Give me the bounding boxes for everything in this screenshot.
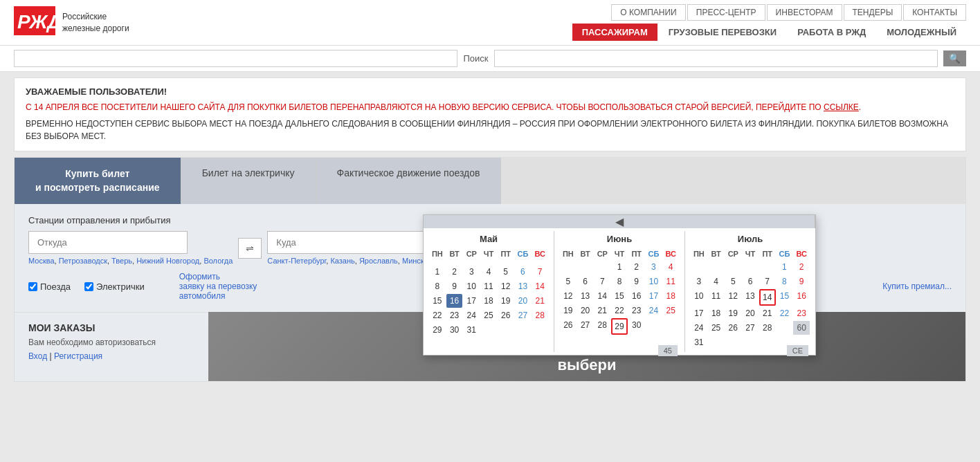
june-day-24[interactable]: 24 [646, 304, 662, 317]
may-day-2[interactable]: 2 [446, 265, 463, 279]
hint-petrozavodsk[interactable]: Петрозаводск [59, 257, 107, 265]
june-day-9[interactable]: 9 [628, 275, 645, 288]
july-day-28[interactable]: 28 [759, 321, 776, 335]
hint-kazan[interactable]: Казань [330, 257, 354, 265]
car-delivery-link[interactable]: Оформитьзаявку на перевозкуавтомобиля [179, 272, 257, 301]
nav-btn-press[interactable]: ПРЕСС-ЦЕНТР [687, 4, 765, 21]
may-day-21[interactable]: 21 [532, 294, 548, 308]
tab-elektrichka[interactable]: Билет на электричку [181, 158, 316, 204]
may-day-15[interactable]: 15 [429, 294, 446, 308]
july-day-5[interactable]: 5 [725, 275, 741, 288]
june-day-14[interactable]: 14 [594, 289, 610, 303]
may-day-17[interactable]: 17 [463, 294, 480, 308]
may-day-22[interactable]: 22 [429, 308, 446, 322]
may-day-7[interactable]: 7 [532, 265, 548, 279]
july-day-27[interactable]: 27 [742, 321, 759, 335]
may-day-16-today[interactable]: 16 [446, 294, 463, 308]
hint-moscow[interactable]: Москва [28, 257, 55, 265]
elektrichka-checkbox[interactable] [84, 282, 93, 291]
june-day-4[interactable]: 4 [662, 260, 679, 274]
may-day-13[interactable]: 13 [515, 279, 532, 293]
june-day-2[interactable]: 2 [628, 260, 645, 274]
july-day-17[interactable]: 17 [691, 306, 707, 320]
july-day-25[interactable]: 25 [708, 321, 725, 335]
tab-buy-ticket[interactable]: Купить билет и посмотреть расписание [15, 158, 181, 204]
july-day-16[interactable]: 16 [793, 289, 810, 306]
may-day-14[interactable]: 14 [532, 279, 548, 293]
july-day-22[interactable]: 22 [777, 306, 793, 320]
may-day-4[interactable]: 4 [480, 265, 497, 279]
may-day-28[interactable]: 28 [532, 308, 548, 322]
june-day-3[interactable]: 3 [646, 260, 662, 274]
july-day-3[interactable]: 3 [691, 275, 707, 288]
june-day-22[interactable]: 22 [611, 304, 628, 317]
elektrichka-checkbox-label[interactable]: Электрички [84, 281, 145, 292]
july-day-24[interactable]: 24 [691, 321, 707, 335]
june-day-8[interactable]: 8 [611, 275, 628, 288]
may-day-12[interactable]: 12 [498, 279, 514, 293]
nav-btn-cargo[interactable]: ГРУЗОВЫЕ ПЕРЕВОЗКИ [659, 24, 786, 41]
tab-actual-movement[interactable]: Фактическое движение поездов [316, 158, 502, 204]
nav-btn-youth[interactable]: МОЛОДЕЖНЫЙ [877, 24, 966, 41]
july-day-9[interactable]: 9 [793, 275, 810, 288]
july-day-10[interactable]: 10 [691, 289, 707, 306]
july-day-31[interactable]: 31 [691, 335, 707, 349]
search-button[interactable]: 🔍 [943, 50, 966, 66]
may-day-19[interactable]: 19 [498, 294, 514, 308]
premium-buy-link[interactable]: Купить премиал... [882, 281, 952, 291]
july-day-4[interactable]: 4 [708, 275, 725, 288]
july-day-29-placeholder[interactable] [777, 321, 793, 335]
may-day-24[interactable]: 24 [463, 308, 480, 322]
nav-btn-work[interactable]: РАБОТА В РЖД [788, 24, 875, 41]
july-day-21[interactable]: 21 [759, 306, 776, 320]
july-day-13[interactable]: 13 [742, 289, 759, 306]
july-day-7[interactable]: 7 [759, 275, 776, 288]
june-day-7[interactable]: 7 [594, 275, 610, 288]
search-input[interactable] [494, 50, 938, 67]
june-day-10[interactable]: 10 [646, 275, 662, 288]
may-day-20[interactable]: 20 [515, 294, 532, 308]
train-checkbox-label[interactable]: Поезда [28, 281, 71, 292]
june-day-26[interactable]: 26 [560, 318, 577, 335]
may-day-11[interactable]: 11 [480, 279, 497, 293]
calendar-prev-button[interactable]: ◀ [424, 215, 815, 228]
june-day-13[interactable]: 13 [577, 289, 594, 303]
june-day-29-selected[interactable]: 29 [611, 318, 628, 335]
may-day-18[interactable]: 18 [480, 294, 497, 308]
july-day-20[interactable]: 20 [742, 306, 759, 320]
june-day-19[interactable]: 19 [560, 304, 577, 317]
july-day-15[interactable]: 15 [777, 289, 793, 306]
june-day-12[interactable]: 12 [560, 289, 577, 303]
july-day-26[interactable]: 26 [725, 321, 741, 335]
may-day-29[interactable]: 29 [429, 323, 446, 337]
june-day-25[interactable]: 25 [662, 304, 679, 317]
july-day-1[interactable]: 1 [777, 260, 793, 274]
july-day-18[interactable]: 18 [708, 306, 725, 320]
train-checkbox[interactable] [28, 282, 37, 291]
july-day-12[interactable]: 12 [725, 289, 741, 306]
may-day-5[interactable]: 5 [498, 265, 514, 279]
july-day-2[interactable]: 2 [793, 260, 810, 274]
may-day-31[interactable]: 31 [463, 323, 480, 337]
may-day-25[interactable]: 25 [480, 308, 497, 322]
main-search-input[interactable] [14, 50, 457, 67]
june-day-15[interactable]: 15 [611, 289, 628, 303]
july-day-14-selected[interactable]: 14 [759, 289, 776, 306]
june-day-17[interactable]: 17 [646, 289, 662, 303]
june-day-16[interactable]: 16 [628, 289, 645, 303]
nav-btn-investors[interactable]: ИНВЕСТОРАМ [767, 4, 842, 21]
swap-stations-button[interactable]: ⇌ [238, 238, 262, 259]
hint-minsk[interactable]: Минск [402, 257, 424, 265]
to-station-input[interactable] [267, 231, 426, 254]
hint-spb[interactable]: Санкт-Петербург [267, 257, 326, 265]
june-day-21[interactable]: 21 [594, 304, 610, 317]
june-day-11[interactable]: 11 [662, 275, 679, 288]
june-day-18[interactable]: 18 [662, 289, 679, 303]
may-day-10[interactable]: 10 [463, 279, 480, 293]
hint-yaroslavl[interactable]: Ярославль [359, 257, 398, 265]
july-day-11[interactable]: 11 [708, 289, 725, 306]
register-link[interactable]: Регистрация [54, 351, 102, 361]
hint-nizhny[interactable]: Нижний Новгород [136, 257, 199, 265]
june-day-27[interactable]: 27 [577, 318, 594, 335]
hint-vologda[interactable]: Вологда [203, 257, 233, 265]
